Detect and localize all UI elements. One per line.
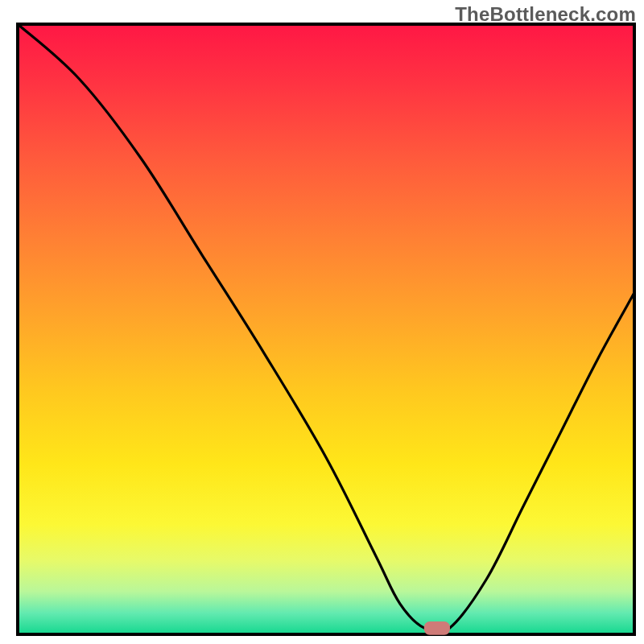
bottleneck-chart bbox=[0, 0, 644, 644]
chart-stage: TheBottleneck.com bbox=[0, 0, 644, 644]
watermark-label: TheBottleneck.com bbox=[455, 3, 636, 26]
optimal-point-marker bbox=[424, 621, 450, 635]
